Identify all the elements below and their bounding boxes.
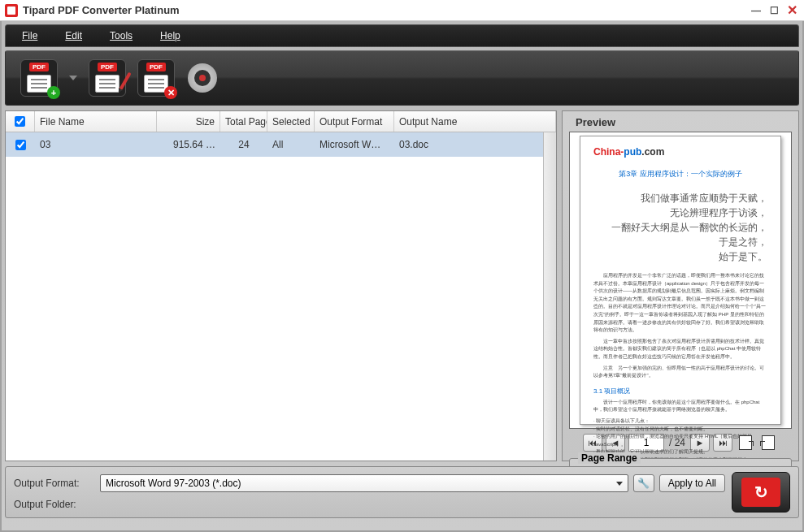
table-row[interactable]: 03 915.64 … 24 All Microsoft W… 03.doc	[6, 132, 556, 157]
document-page: China-pub.com 第3章 应用程序设计：一个实际的例子 我们做事通常应…	[580, 136, 781, 425]
convert-icon: ↻	[741, 478, 780, 507]
add-pdf-button[interactable]: PDF +	[20, 59, 58, 97]
output-format-select[interactable]: Microsoft Word 97-2003 (*.doc)	[100, 474, 628, 492]
app-title: Tipard PDF Converter Platinum	[23, 4, 749, 16]
table-scrollbar[interactable]	[543, 132, 556, 461]
fit-width-button[interactable]	[758, 434, 778, 452]
row-checkbox[interactable]	[6, 140, 35, 150]
add-dropdown-arrow[interactable]	[69, 76, 77, 80]
file-table: File Name Size Total Page Selected P Out…	[5, 110, 557, 461]
gear-icon	[188, 63, 217, 93]
header-totalpage[interactable]: Total Page	[220, 111, 267, 132]
cell-size: 915.64 …	[157, 139, 220, 150]
maximize-button[interactable]: ☐	[767, 4, 781, 17]
wrench-icon: 🔧	[637, 478, 650, 489]
page-range-legend: Page Range	[578, 452, 641, 464]
intro-text: 我们做事通常应顺势于天赋，无论辨理程序于访谈，一翻好天大纲是从一翻饮的长远的，于…	[593, 191, 767, 264]
menu-help[interactable]: Help	[160, 30, 180, 41]
cell-totalpage: 24	[220, 139, 267, 150]
cell-selected: All	[267, 139, 315, 150]
chevron-down-icon	[616, 482, 623, 486]
pdf-badge-icon: PDF	[29, 63, 49, 71]
body-para: 注意 另一个更加强的完的、但即用似一性的高于应用程序设计的讨论。可以参考第7章"…	[593, 365, 767, 380]
minimize-button[interactable]: —	[749, 4, 763, 17]
output-format-value: Microsoft Word 97-2003 (*.doc)	[106, 478, 241, 489]
header-filename[interactable]: File Name	[35, 111, 157, 132]
preview-title: Preview	[569, 115, 792, 132]
header-outname[interactable]: Output Name	[394, 111, 556, 132]
body-para: 这一章中首步按照那包含了条次对应用程序设计所需用到的技术计样。真觉这结构始合性。…	[593, 338, 767, 361]
header-selected[interactable]: Selected P	[267, 111, 315, 132]
page-icon	[739, 435, 752, 450]
toolbar: PDF + PDF PDF ✕	[5, 50, 799, 106]
delete-icon: ✕	[164, 86, 177, 99]
apply-to-all-button[interactable]: Apply to All	[659, 474, 725, 492]
section-heading: 3.1 项目概况	[593, 387, 767, 396]
preview-viewport: China-pub.com 第3章 应用程序设计：一个实际的例子 我们做事通常应…	[569, 132, 792, 429]
cell-outname: 03.doc	[394, 139, 556, 150]
body-para: 设计一个应用程序时，你先该做的是这个应用程序要做什么。在 phpChat 中，我…	[593, 399, 767, 414]
settings-button[interactable]	[186, 62, 219, 94]
chapter-heading: 第3章 应用程序设计：一个实际的例子	[593, 169, 767, 179]
header-checkbox[interactable]	[6, 111, 35, 132]
close-button[interactable]: ✕	[784, 4, 799, 17]
output-folder-label: Output Folder:	[14, 499, 95, 510]
menubar: File Edit Tools Help	[5, 24, 799, 47]
output-bar: Output Format: Microsoft Word 97-2003 (*…	[5, 466, 799, 518]
menu-tools[interactable]: Tools	[110, 30, 133, 41]
remove-pdf-button[interactable]: PDF ✕	[137, 59, 175, 97]
convert-button[interactable]: ↻	[732, 472, 790, 513]
output-format-label: Output Format:	[14, 478, 95, 489]
preview-panel: Preview China-pub.com 第3章 应用程序设计：一个实际的例子…	[562, 110, 799, 461]
header-format[interactable]: Output Format	[315, 111, 394, 132]
pdf-badge-icon: PDF	[146, 63, 166, 71]
pencil-icon	[119, 72, 131, 91]
menu-edit[interactable]: Edit	[65, 30, 82, 41]
menu-file[interactable]: File	[22, 30, 37, 41]
cell-filename: 03	[35, 139, 157, 150]
plus-icon: +	[47, 86, 60, 99]
edit-pdf-button[interactable]: PDF	[89, 59, 126, 97]
header-size[interactable]: Size	[157, 111, 220, 132]
page-icon	[762, 435, 775, 450]
table-header: File Name Size Total Page Selected P Out…	[6, 111, 556, 132]
pdf-badge-icon: PDF	[98, 63, 117, 71]
brand-logo: China-pub.com	[593, 146, 767, 158]
format-settings-button[interactable]: 🔧	[633, 474, 654, 492]
cell-format: Microsoft W…	[315, 139, 394, 150]
body-para: 应用程序的开发是一个非常广泛的话题，即便我们用一整本书来讨论它的技术具不过份。本…	[593, 272, 767, 335]
titlebar: Tipard PDF Converter Platinum — ☐ ✕	[0, 0, 804, 21]
app-icon	[5, 4, 18, 17]
